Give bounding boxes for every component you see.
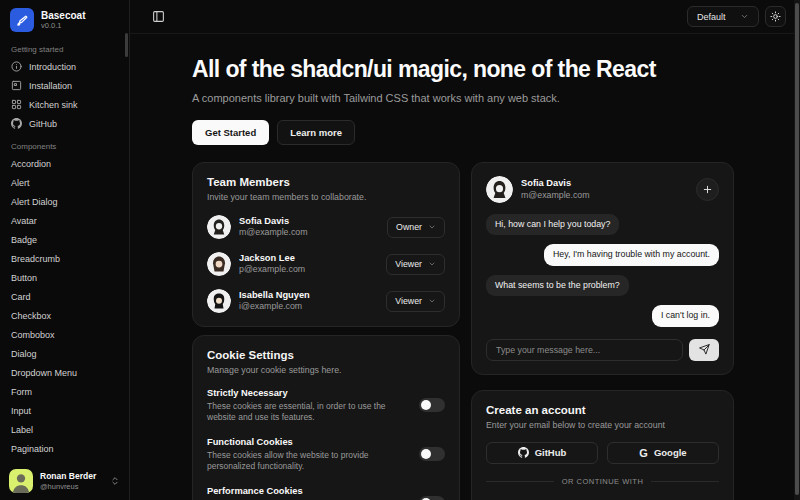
sidebar-item-dialog[interactable]: Dialog <box>0 344 129 363</box>
oauth-buttons: GitHub G Google <box>486 442 719 464</box>
page-title: All of the shadcn/ui magic, none of the … <box>192 56 734 83</box>
performance-cookies-switch[interactable] <box>419 496 445 500</box>
sidebar-item-breadcrumb[interactable]: Breadcrumb <box>0 249 129 268</box>
member-avatar <box>207 215 231 239</box>
right-column: Sofia Davis m@example.com Hi, how can I … <box>471 162 734 500</box>
sidebar-item-accordion[interactable]: Accordion <box>0 154 129 173</box>
app-title: Basecoat <box>41 10 85 22</box>
chat-message-input[interactable] <box>486 339 683 361</box>
sidebar-item-label: Pagination <box>11 444 54 454</box>
sidebar-item-introduction[interactable]: Introduction <box>0 57 129 76</box>
left-column: Team Members Invite your team members to… <box>192 162 460 500</box>
chat-card: Sofia Davis m@example.com Hi, how can I … <box>471 162 734 375</box>
member-email: m@example.com <box>239 227 308 238</box>
member-avatar <box>207 252 231 276</box>
sidebar-item-card[interactable]: Card <box>0 287 129 306</box>
new-chat-button[interactable] <box>696 178 719 201</box>
sidebar-item-button[interactable]: Button <box>0 268 129 287</box>
send-button[interactable] <box>689 339 719 361</box>
sidebar-item-form[interactable]: Form <box>0 382 129 401</box>
card-description: Enter your email below to create your ac… <box>486 420 719 430</box>
cookie-option-row: Performance Cookies These cookies help t… <box>207 486 445 500</box>
sidebar-item-kitchen-sink[interactable]: Kitchen sink <box>0 95 129 114</box>
sidebar-item-label: Checkbox <box>11 311 51 321</box>
strictly-necessary-switch[interactable] <box>419 398 445 412</box>
role-select[interactable]: Owner <box>387 217 445 238</box>
sidebar-item-label: Dialog <box>11 349 37 359</box>
learn-more-button[interactable]: Learn more <box>277 120 355 145</box>
role-select[interactable]: Viewer <box>386 254 445 275</box>
basecoat-logo-icon <box>10 8 34 32</box>
cookie-option-description: These cookies allow the website to provi… <box>207 450 409 473</box>
chevron-down-icon <box>428 297 436 305</box>
sidebar-item-label: Form <box>11 387 32 397</box>
member-avatar <box>207 289 231 313</box>
theme-toggle-button[interactable] <box>765 6 786 27</box>
theme-select[interactable]: Default <box>687 6 759 27</box>
chat-messages: Hi, how can I help you today? Hey, I'm h… <box>486 214 719 327</box>
divider-line <box>486 481 554 482</box>
sidebar-item-label: Avatar <box>11 216 37 226</box>
team-members-card: Team Members Invite your team members to… <box>192 162 460 327</box>
or-continue-divider: OR CONTINUE WITH <box>486 477 719 486</box>
page-scrollbar[interactable] <box>794 0 800 500</box>
cookie-option-row: Strictly Necessary These cookies are ess… <box>207 388 445 424</box>
sidebar-item-label: Installation <box>29 81 72 91</box>
chat-input-row <box>486 339 719 361</box>
hero-buttons: Get Started Learn more <box>192 120 734 145</box>
sidebar-item-github[interactable]: GitHub <box>0 114 129 133</box>
sidebar-item-avatar[interactable]: Avatar <box>0 211 129 230</box>
installation-icon <box>11 80 22 91</box>
plus-icon <box>702 184 713 195</box>
functional-cookies-switch[interactable] <box>419 447 445 461</box>
page-subtitle: A components library built with Tailwind… <box>192 92 734 104</box>
github-signup-button[interactable]: GitHub <box>486 442 598 464</box>
google-signup-button[interactable]: G Google <box>607 442 719 464</box>
sidebar-item-pagination[interactable]: Pagination <box>0 439 129 458</box>
divider-line <box>651 481 719 482</box>
member-name: Isabella Nguyen <box>239 290 310 302</box>
scrollbar-thumb[interactable] <box>795 3 799 495</box>
sidebar-user-menu[interactable]: Ronan Berder @hunvreus <box>0 462 129 500</box>
sidebar-item-label: Badge <box>11 235 37 245</box>
cookie-option-row: Functional Cookies These cookies allow t… <box>207 437 445 473</box>
member-name: Jackson Lee <box>239 253 305 265</box>
sidebar-item-combobox[interactable]: Combobox <box>0 325 129 344</box>
user-handle: @hunvreus <box>40 482 96 491</box>
sidebar-scrollbar[interactable] <box>125 33 128 57</box>
member-email: p@example.com <box>239 264 305 275</box>
chat-user-email: m@example.com <box>521 190 590 201</box>
info-icon <box>11 61 22 72</box>
sidebar-item-label: Combobox <box>11 330 55 340</box>
get-started-button[interactable]: Get Started <box>192 120 269 145</box>
sidebar-item-alert[interactable]: Alert <box>0 173 129 192</box>
chat-message-received: What seems to be the problem? <box>486 275 629 296</box>
topbar: Default <box>130 0 800 34</box>
team-member-row: Jackson Lee p@example.com Viewer <box>207 252 445 276</box>
sidebar-logo[interactable]: Basecoat v0.0.1 <box>0 0 129 36</box>
card-description: Manage your cookie settings here. <box>207 365 445 375</box>
sidebar-toggle-button[interactable] <box>147 6 169 28</box>
chat-header: Sofia Davis m@example.com <box>486 176 719 203</box>
github-button-label: GitHub <box>535 447 567 458</box>
role-select[interactable]: Viewer <box>386 291 445 312</box>
sidebar-item-label: Card <box>11 292 31 302</box>
sidebar-item-label: Alert <box>11 178 30 188</box>
chat-message-sent: Hey, I'm having trouble with my account. <box>544 244 719 265</box>
role-select-value: Viewer <box>395 296 422 306</box>
sidebar-item-checkbox[interactable]: Checkbox <box>0 306 129 325</box>
sidebar-item-label[interactable]: Label <box>0 420 129 439</box>
chevrons-up-down-icon <box>110 476 120 486</box>
sidebar-item-dropdown-menu[interactable]: Dropdown Menu <box>0 363 129 382</box>
sidebar-item-alert-dialog[interactable]: Alert Dialog <box>0 192 129 211</box>
chevron-down-icon <box>428 260 436 268</box>
sidebar-item-badge[interactable]: Badge <box>0 230 129 249</box>
kitchen-sink-icon <box>11 99 22 110</box>
create-account-card: Create an account Enter your email below… <box>471 390 734 500</box>
sidebar-item-label: Label <box>11 425 33 435</box>
switch-thumb <box>421 449 431 459</box>
sidebar-item-label: Dropdown Menu <box>11 368 77 378</box>
sidebar-item-installation[interactable]: Installation <box>0 76 129 95</box>
app-version: v0.0.1 <box>41 22 85 30</box>
sidebar-item-input[interactable]: Input <box>0 401 129 420</box>
